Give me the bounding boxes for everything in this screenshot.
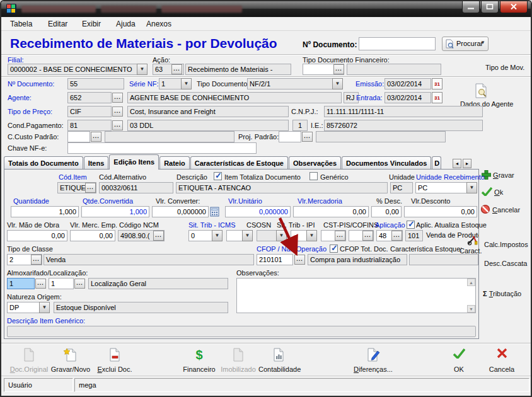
cfop-input[interactable] (257, 254, 293, 265)
status-bar: Usuário mega (1, 376, 532, 394)
csosn-dropdown-button[interactable]: ▼ (276, 230, 287, 241)
icms-sub-dropdown-button[interactable]: ▼ (242, 230, 253, 241)
tab-documentos-vinculados[interactable]: Documentos Vinculados (342, 156, 431, 170)
descricao-value: ETIQUETA - ATENCAO (176, 182, 388, 193)
contabilidade-button[interactable]: Contabilidade (258, 348, 299, 374)
localizacao-input[interactable] (49, 278, 74, 289)
cod-item-lookup-button[interactable]: ... (85, 183, 96, 193)
tab-caracteristicas-de-estoque[interactable]: Características de Estoque (190, 156, 288, 170)
menu-exibir[interactable]: Exibir (82, 20, 101, 28)
minimize-button[interactable] (462, 1, 480, 13)
imobilizado-button[interactable]: Imobilizado (218, 348, 258, 374)
almoxarifado-input[interactable] (7, 278, 35, 289)
menu-anexos[interactable]: Anexos (146, 20, 171, 28)
acao-lookup-button[interactable]: ... (171, 64, 182, 74)
gravar-button[interactable]: Gravar (482, 170, 514, 180)
exclui-doc-button[interactable]: Exclui Doc. (95, 348, 135, 374)
aplicacao-lookup-button[interactable]: ... (391, 231, 402, 241)
generico-checkbox[interactable] (309, 172, 318, 180)
vlr-unitario-input[interactable] (225, 206, 291, 217)
descricao-item-generico-value (7, 326, 476, 337)
diferencas-button[interactable]: Diferenças... (353, 348, 393, 374)
aplic-atualiza-checkbox[interactable] (407, 221, 415, 229)
cancelar-button[interactable]: Cancelar (480, 204, 520, 214)
sit-trib-icms-dropdown-button[interactable]: ▼ (212, 230, 223, 241)
ok-button[interactable]: OK (439, 348, 479, 374)
tab-partial[interactable]: D (432, 156, 441, 170)
caract-tools-icon[interactable] (467, 235, 478, 246)
unidade-recebimento-dropdown-button[interactable]: ▼ (466, 182, 477, 193)
proj-padrao-lookup-button[interactable]: ... (302, 132, 313, 142)
item-totaliza-checkbox[interactable] (214, 172, 222, 180)
unidade-recebimento-value[interactable]: PC (415, 182, 467, 193)
sit-trib-ipi-value[interactable] (291, 230, 307, 241)
desc-cascata-button[interactable]: Desc.Cascata (484, 260, 527, 267)
mao-de-obra-input[interactable] (7, 230, 67, 241)
menu-ajuda[interactable]: Ajuda (116, 20, 136, 28)
agente-lookup-button[interactable]: ... (112, 93, 123, 103)
cancela-button[interactable]: Cancela (482, 348, 522, 374)
calc-impostos-button[interactable]: Calc.Impostos (484, 241, 528, 248)
proj-padrao-input[interactable] (279, 131, 301, 142)
dados-agente-icon[interactable] (474, 83, 488, 98)
tab-observacoes[interactable]: Observações (289, 156, 341, 170)
entrada-calendar-icon[interactable] (432, 92, 442, 103)
tipo-preco-lookup-button[interactable]: ... (112, 106, 123, 117)
sit-trib-ipi-dropdown-button[interactable]: ▼ (306, 230, 317, 241)
filial-dropdown-button[interactable]: ▼ (137, 64, 147, 75)
calculator-icon[interactable] (210, 207, 219, 217)
maximize-button[interactable] (481, 1, 499, 13)
title-bar[interactable] (1, 1, 531, 17)
cfop-tot-doc-checkbox[interactable] (330, 245, 338, 253)
tab-scroll-right-icon[interactable]: ▸ (463, 159, 471, 168)
c-custo-lookup-button[interactable]: ... (91, 132, 101, 142)
vlr-desconto-input[interactable] (404, 206, 477, 217)
cofins-lookup-button[interactable]: ... (362, 231, 373, 241)
c-custo-input[interactable] (67, 131, 90, 142)
close-button[interactable] (500, 1, 528, 13)
search-icon (445, 39, 454, 49)
natureza-origem-value[interactable]: DP (7, 302, 40, 313)
tributacao-button[interactable]: Σ Tributação (483, 290, 521, 297)
quantidade-input[interactable] (11, 206, 79, 217)
cst-pis-lookup-button[interactable]: ... (335, 231, 345, 241)
num-documento-search-input[interactable] (359, 37, 436, 50)
emissao-calendar-icon[interactable] (432, 78, 442, 89)
chave-nfe-input[interactable] (67, 142, 257, 154)
almoxarifado-lookup-button[interactable]: ... (35, 279, 46, 289)
doc-original-button[interactable]: Doc.Original (9, 348, 49, 374)
csosn-value[interactable] (257, 230, 277, 241)
tipo-de-classe-lookup-button[interactable]: ... (31, 255, 42, 265)
localizacao-lookup-button[interactable]: ... (74, 279, 85, 289)
cond-pagamento-lookup-button[interactable]: ... (112, 120, 123, 130)
obs-scroll-up-icon[interactable]: ▲ (467, 279, 475, 286)
gravar-novo-button[interactable]: Gravar/Novo (50, 348, 91, 374)
tab-itens[interactable]: Itens (84, 156, 109, 170)
codigo-ncm-lookup-button[interactable]: ... (153, 231, 164, 241)
observacoes-textarea[interactable] (236, 278, 476, 313)
procurar-button[interactable]: Procurar ▼ (442, 37, 489, 51)
ok-side-button[interactable]: Ok (482, 187, 503, 196)
tipo-doc-fin-desc (347, 64, 441, 75)
vlr-converter-input[interactable] (152, 206, 209, 217)
menu-editar[interactable]: Editar (48, 20, 67, 28)
tab-scroll-left-icon[interactable]: ◂ (453, 159, 461, 168)
tab-edicao-itens[interactable]: Edição Itens (109, 154, 159, 170)
financeiro-button[interactable]: $ Financeiro (179, 348, 219, 374)
vlr-mercadoria-input[interactable] (293, 206, 369, 217)
tipo-doc-fin-lookup-button[interactable]: ... (333, 64, 344, 74)
obs-scroll-down-icon[interactable]: ▼ (467, 305, 475, 313)
menu-tabela[interactable]: Tabela (10, 20, 32, 28)
natureza-origem-dropdown-button[interactable]: ▼ (39, 302, 50, 313)
serie-nf-dropdown-button[interactable]: ▼ (181, 78, 192, 89)
qtde-convertida-input[interactable] (81, 206, 149, 217)
icms-sub-value[interactable] (226, 230, 243, 241)
tipo-documento-dropdown-button[interactable]: ▼ (332, 78, 343, 89)
cfop-lookup-button[interactable]: ... (294, 255, 305, 265)
perc-desc-input[interactable] (371, 206, 402, 217)
sit-trib-icms-value[interactable]: 0 (188, 230, 212, 241)
merc-emp-input[interactable] (70, 230, 115, 241)
tab-rateio[interactable]: Rateio (159, 156, 190, 170)
tab-totais-do-documento[interactable]: Totais do Documento (4, 156, 83, 170)
cnpj-label: C.N.P.J.: (291, 108, 318, 115)
